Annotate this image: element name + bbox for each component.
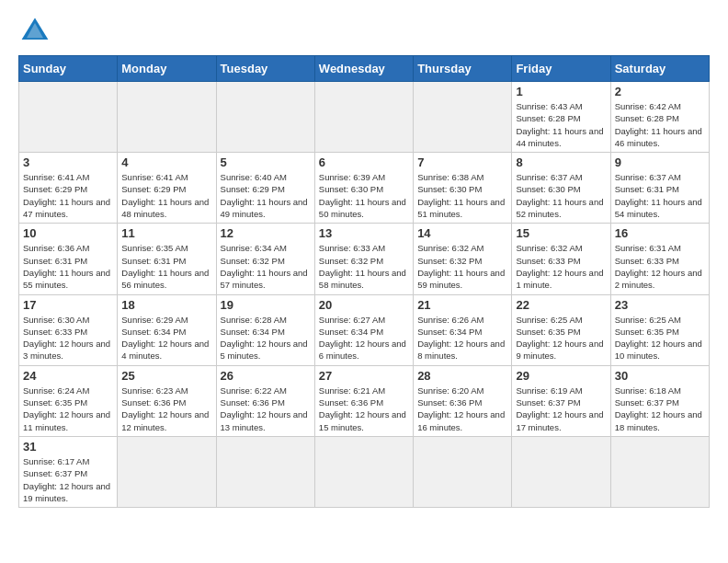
day-info: Sunrise: 6:19 AM Sunset: 6:37 PM Dayligh…: [516, 385, 606, 433]
day-info: Sunrise: 6:37 AM Sunset: 6:31 PM Dayligh…: [615, 171, 705, 220]
calendar-week-row: 10Sunrise: 6:36 AM Sunset: 6:31 PM Dayli…: [19, 224, 710, 294]
calendar-cell: 25Sunrise: 6:23 AM Sunset: 6:36 PM Dayli…: [118, 365, 216, 436]
calendar-cell: 16Sunrise: 6:31 AM Sunset: 6:33 PM Dayli…: [610, 224, 709, 294]
calendar-cell: 20Sunrise: 6:27 AM Sunset: 6:34 PM Dayli…: [314, 294, 413, 365]
calendar-cell: 18Sunrise: 6:29 AM Sunset: 6:34 PM Dayli…: [118, 294, 216, 365]
day-info: Sunrise: 6:37 AM Sunset: 6:30 PM Dayligh…: [516, 171, 606, 220]
day-info: Sunrise: 6:20 AM Sunset: 6:36 PM Dayligh…: [417, 385, 507, 433]
day-info: Sunrise: 6:23 AM Sunset: 6:36 PM Dayligh…: [121, 385, 211, 433]
day-number: 24: [23, 369, 113, 383]
calendar-cell: 6Sunrise: 6:39 AM Sunset: 6:30 PM Daylig…: [314, 153, 413, 224]
day-number: 26: [221, 369, 311, 383]
calendar-cell: [118, 82, 216, 153]
day-info: Sunrise: 6:40 AM Sunset: 6:29 PM Dayligh…: [221, 171, 311, 220]
calendar-cell: 15Sunrise: 6:32 AM Sunset: 6:33 PM Dayli…: [512, 224, 610, 294]
day-info: Sunrise: 6:36 AM Sunset: 6:31 PM Dayligh…: [23, 242, 113, 291]
day-number: 19: [221, 298, 311, 312]
calendar-cell: 17Sunrise: 6:30 AM Sunset: 6:33 PM Dayli…: [19, 294, 118, 365]
calendar-header-tuesday: Tuesday: [216, 56, 314, 82]
calendar-cell: 26Sunrise: 6:22 AM Sunset: 6:36 PM Dayli…: [216, 365, 314, 436]
day-info: Sunrise: 6:42 AM Sunset: 6:28 PM Dayligh…: [615, 100, 705, 149]
day-number: 21: [417, 298, 507, 312]
day-info: Sunrise: 6:34 AM Sunset: 6:32 PM Dayligh…: [221, 242, 311, 291]
day-info: Sunrise: 6:35 AM Sunset: 6:31 PM Dayligh…: [121, 242, 211, 291]
calendar-cell: [314, 436, 413, 507]
calendar-cell: 7Sunrise: 6:38 AM Sunset: 6:30 PM Daylig…: [414, 153, 512, 224]
day-number: 12: [221, 226, 311, 240]
day-number: 9: [615, 155, 705, 169]
calendar-cell: [19, 82, 118, 153]
logo: [18, 15, 57, 48]
day-info: Sunrise: 6:38 AM Sunset: 6:30 PM Dayligh…: [417, 171, 507, 220]
day-number: 13: [319, 226, 409, 240]
calendar-header-thursday: Thursday: [414, 56, 512, 82]
day-number: 10: [23, 226, 113, 240]
day-info: Sunrise: 6:17 AM Sunset: 6:37 PM Dayligh…: [23, 455, 113, 504]
day-info: Sunrise: 6:41 AM Sunset: 6:29 PM Dayligh…: [23, 171, 113, 220]
calendar-cell: 5Sunrise: 6:40 AM Sunset: 6:29 PM Daylig…: [216, 153, 314, 224]
calendar-cell: 3Sunrise: 6:41 AM Sunset: 6:29 PM Daylig…: [19, 153, 118, 224]
calendar-week-row: 3Sunrise: 6:41 AM Sunset: 6:29 PM Daylig…: [19, 153, 710, 224]
calendar-header-monday: Monday: [118, 56, 216, 82]
day-number: 8: [516, 155, 606, 169]
calendar-cell: [314, 82, 413, 153]
day-info: Sunrise: 6:29 AM Sunset: 6:34 PM Dayligh…: [121, 314, 211, 362]
calendar-cell: 2Sunrise: 6:42 AM Sunset: 6:28 PM Daylig…: [610, 82, 709, 153]
calendar-cell: 11Sunrise: 6:35 AM Sunset: 6:31 PM Dayli…: [118, 224, 216, 294]
day-number: 11: [121, 226, 211, 240]
calendar-table: SundayMondayTuesdayWednesdayThursdayFrid…: [18, 55, 710, 508]
calendar-cell: 24Sunrise: 6:24 AM Sunset: 6:35 PM Dayli…: [19, 365, 118, 436]
day-info: Sunrise: 6:33 AM Sunset: 6:32 PM Dayligh…: [319, 242, 409, 291]
day-info: Sunrise: 6:41 AM Sunset: 6:29 PM Dayligh…: [121, 171, 211, 220]
calendar-cell: 12Sunrise: 6:34 AM Sunset: 6:32 PM Dayli…: [216, 224, 314, 294]
calendar-header-wednesday: Wednesday: [314, 56, 413, 82]
day-info: Sunrise: 6:21 AM Sunset: 6:36 PM Dayligh…: [319, 385, 409, 433]
calendar-cell: 28Sunrise: 6:20 AM Sunset: 6:36 PM Dayli…: [414, 365, 512, 436]
calendar-cell: 9Sunrise: 6:37 AM Sunset: 6:31 PM Daylig…: [610, 153, 709, 224]
day-info: Sunrise: 6:43 AM Sunset: 6:28 PM Dayligh…: [516, 100, 606, 149]
day-number: 22: [516, 298, 606, 312]
calendar-cell: 30Sunrise: 6:18 AM Sunset: 6:37 PM Dayli…: [610, 365, 709, 436]
calendar-cell: [216, 436, 314, 507]
calendar-cell: [414, 436, 512, 507]
page: SundayMondayTuesdayWednesdayThursdayFrid…: [0, 0, 728, 517]
calendar-header-sunday: Sunday: [19, 56, 118, 82]
day-number: 17: [23, 298, 113, 312]
day-info: Sunrise: 6:32 AM Sunset: 6:33 PM Dayligh…: [516, 242, 606, 291]
day-number: 23: [615, 298, 705, 312]
day-number: 15: [516, 226, 606, 240]
calendar-header-friday: Friday: [512, 56, 610, 82]
calendar-cell: [610, 436, 709, 507]
day-number: 2: [615, 85, 705, 98]
day-number: 29: [516, 369, 606, 383]
calendar-cell: [414, 82, 512, 153]
day-info: Sunrise: 6:27 AM Sunset: 6:34 PM Dayligh…: [319, 314, 409, 362]
day-info: Sunrise: 6:25 AM Sunset: 6:35 PM Dayligh…: [615, 314, 705, 362]
calendar-week-row: 1Sunrise: 6:43 AM Sunset: 6:28 PM Daylig…: [19, 82, 710, 153]
day-number: 20: [319, 298, 409, 312]
calendar-cell: [216, 82, 314, 153]
day-number: 28: [417, 369, 507, 383]
calendar-cell: 21Sunrise: 6:26 AM Sunset: 6:34 PM Dayli…: [414, 294, 512, 365]
day-number: 7: [417, 155, 507, 169]
day-info: Sunrise: 6:24 AM Sunset: 6:35 PM Dayligh…: [23, 385, 113, 433]
day-info: Sunrise: 6:18 AM Sunset: 6:37 PM Dayligh…: [615, 385, 705, 433]
day-number: 3: [23, 155, 113, 169]
day-number: 6: [319, 155, 409, 169]
day-number: 31: [23, 440, 113, 454]
calendar-cell: 10Sunrise: 6:36 AM Sunset: 6:31 PM Dayli…: [19, 224, 118, 294]
calendar-header-saturday: Saturday: [610, 56, 709, 82]
day-number: 30: [615, 369, 705, 383]
day-number: 5: [221, 155, 311, 169]
day-number: 18: [121, 298, 211, 312]
calendar-cell: 4Sunrise: 6:41 AM Sunset: 6:29 PM Daylig…: [118, 153, 216, 224]
calendar-cell: 27Sunrise: 6:21 AM Sunset: 6:36 PM Dayli…: [314, 365, 413, 436]
calendar-week-row: 31Sunrise: 6:17 AM Sunset: 6:37 PM Dayli…: [19, 436, 710, 507]
header: [18, 15, 710, 48]
day-number: 25: [121, 369, 211, 383]
calendar-cell: 8Sunrise: 6:37 AM Sunset: 6:30 PM Daylig…: [512, 153, 610, 224]
day-info: Sunrise: 6:31 AM Sunset: 6:33 PM Dayligh…: [615, 242, 705, 291]
calendar-cell: 14Sunrise: 6:32 AM Sunset: 6:32 PM Dayli…: [414, 224, 512, 294]
day-info: Sunrise: 6:39 AM Sunset: 6:30 PM Dayligh…: [319, 171, 409, 220]
logo-icon: [18, 15, 51, 48]
